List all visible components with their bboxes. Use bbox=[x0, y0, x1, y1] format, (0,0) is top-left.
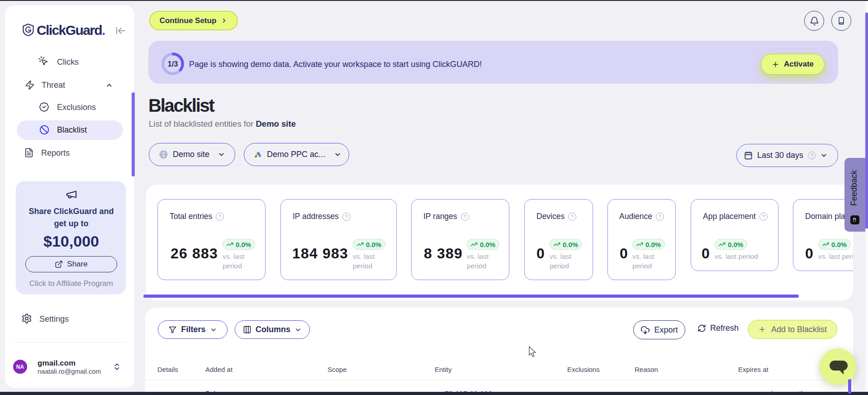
svg-text:1/3: 1/3 bbox=[168, 60, 178, 68]
